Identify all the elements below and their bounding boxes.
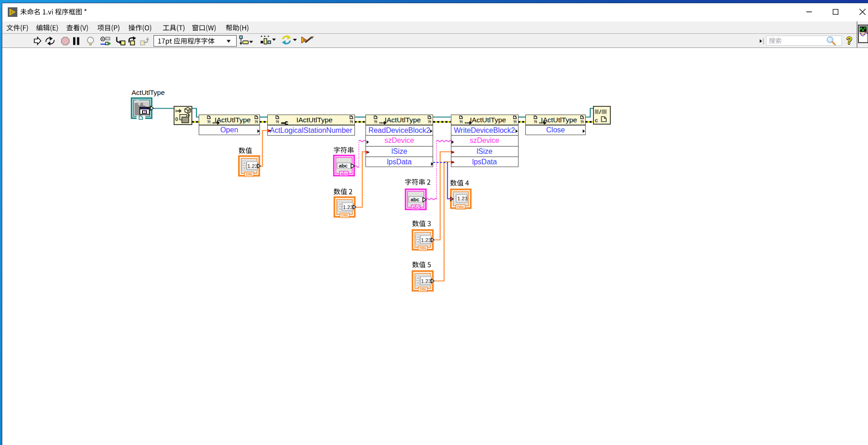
svg-text:?!: ?!: [428, 120, 431, 124]
svg-text:abc: abc: [339, 163, 348, 168]
svg-text:?: ?: [143, 110, 146, 114]
svg-text:abc: abc: [341, 171, 349, 176]
svg-text:?!: ?!: [580, 120, 584, 124]
svg-text:1.23: 1.23: [343, 204, 353, 210]
svg-text:?!: ?!: [513, 120, 517, 124]
svg-text:?!: ?!: [349, 120, 353, 124]
svg-text:DBL: DBL: [457, 204, 465, 209]
svg-text:1.23: 1.23: [247, 163, 257, 169]
svg-text:?!: ?!: [254, 120, 258, 124]
svg-text:1.23: 1.23: [457, 196, 467, 201]
svg-text:DBL: DBL: [419, 246, 427, 251]
svg-text:abc: abc: [412, 205, 420, 210]
svg-text:DBL: DBL: [246, 172, 254, 177]
svg-text:DBL: DBL: [419, 287, 427, 292]
svg-text:DBL: DBL: [341, 213, 349, 218]
svg-text:c: c: [595, 117, 598, 123]
svg-text:1.23: 1.23: [421, 278, 431, 283]
svg-text:abc: abc: [410, 196, 419, 202]
svg-text:0: 0: [175, 116, 178, 122]
svg-text:1.23: 1.23: [421, 237, 431, 242]
